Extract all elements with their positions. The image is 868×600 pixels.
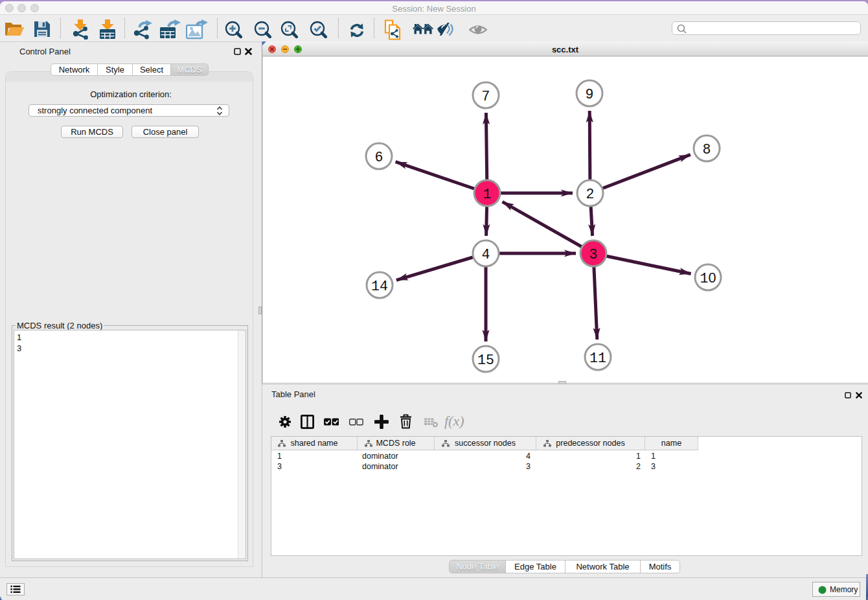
svg-text:2: 2: [586, 187, 595, 202]
svg-text:11: 11: [589, 351, 606, 366]
svg-text:8: 8: [703, 142, 711, 157]
svg-text:14: 14: [371, 279, 388, 294]
svg-text:15: 15: [477, 352, 494, 368]
svg-text:6: 6: [375, 150, 383, 165]
svg-text:3: 3: [589, 247, 598, 262]
svg-text:4: 4: [482, 247, 490, 262]
svg-text:1: 1: [483, 187, 492, 202]
svg-text:7: 7: [482, 89, 490, 104]
svg-text:9: 9: [586, 87, 594, 102]
svg-text:10: 10: [700, 270, 716, 286]
